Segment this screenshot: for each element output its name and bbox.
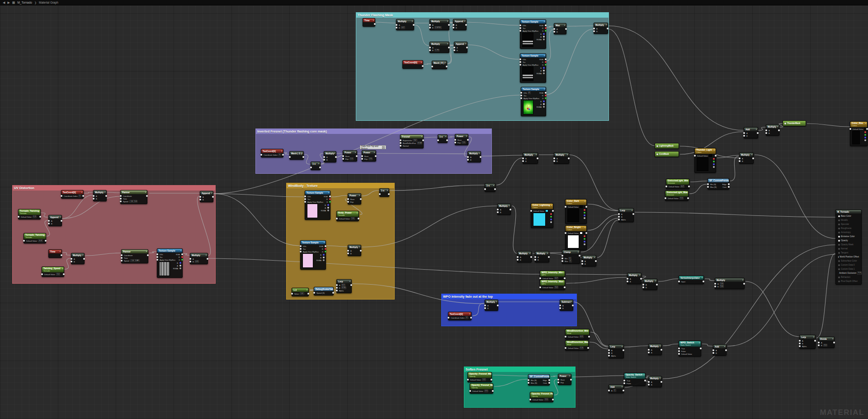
node-header[interactable]: WPO_SwitchStatic Switch▾ <box>679 341 701 347</box>
node-multiply[interactable]: Multiply▾AB <box>594 23 608 34</box>
input-pin[interactable] <box>467 379 469 381</box>
node-header[interactable]: Tornado_Twisting_YTornado▾ <box>24 233 46 239</box>
reroute-pin[interactable] <box>656 145 658 147</box>
node-multiply[interactable]: Multiply▾AB <box>348 245 361 256</box>
output-pin[interactable] <box>568 157 570 159</box>
value-box[interactable]: -1.0 -1.89 <box>130 259 140 262</box>
node-subtract[interactable]: Subtract▾AB <box>560 300 573 311</box>
input-pin[interactable] <box>765 129 767 131</box>
input-pin[interactable] <box>156 256 158 258</box>
output-pin[interactable] <box>360 198 362 200</box>
input-pin[interactable] <box>678 353 680 355</box>
output-pin[interactable] <box>585 206 587 208</box>
input-pin[interactable] <box>618 219 620 220</box>
node-multiply[interactable]: Multiply▾AB <box>648 344 662 355</box>
reroute-pin[interactable] <box>656 153 658 155</box>
input-pin[interactable] <box>336 290 338 291</box>
input-pin[interactable] <box>48 220 50 222</box>
node-texture-sample[interactable]: Texture Sample▾UVsRGBTexRApply View MipB… <box>157 248 183 278</box>
node-header[interactable]: Opacity_Fresnel_MinOpacity▾ <box>468 372 491 378</box>
output-pin[interactable] <box>543 103 545 105</box>
value-box[interactable]: 1.2 <box>33 215 37 219</box>
node-header[interactable]: TexCoord[0]▾ <box>403 61 423 64</box>
output-pin[interactable] <box>83 258 85 260</box>
node-header[interactable]: Texture Sample▾ <box>301 241 326 244</box>
output-pin[interactable] <box>728 186 730 188</box>
output-pin[interactable] <box>302 156 304 158</box>
comment-box-thunder-flashing-mask[interactable]: Thunder Flashing Mask <box>356 12 609 121</box>
chevron-down-icon[interactable]: ▾ <box>211 192 212 194</box>
node-header[interactable]: Multiply▾ <box>643 279 657 283</box>
chevron-down-icon[interactable]: ▾ <box>660 345 660 347</box>
color-chip[interactable] <box>709 154 712 157</box>
node-header[interactable]: WPO_Intensity_MinWPO▾ <box>540 271 565 276</box>
value-box[interactable]: 0 <box>465 316 468 319</box>
node-lerp[interactable]: Lerp▾ABAlpha <box>609 344 624 358</box>
node-header[interactable]: Multiply▾ <box>518 252 531 255</box>
node-power[interactable]: Power▾BaseExp1.5 <box>455 134 468 145</box>
node-panner[interactable]: Panner▾CoordinateTimeSpeed-1.0 -1.89 <box>121 249 148 263</box>
node-multiply[interactable]: Multiply▾AB <box>324 151 336 162</box>
node-header[interactable]: Lerp▾ <box>619 209 633 212</box>
output-pin[interactable] <box>323 259 325 261</box>
node-multiply[interactable]: Multiply▾AB <box>766 124 779 136</box>
material-input-pin[interactable] <box>838 240 840 242</box>
chevron-down-icon[interactable]: ▾ <box>813 336 814 338</box>
node-lerp[interactable]: Lerp▾A0.1B0.15Alpha <box>336 279 352 293</box>
input-pin[interactable] <box>608 390 610 391</box>
input-pin[interactable] <box>648 384 650 386</box>
node-multiply[interactable]: Multiply▾AB1.79 <box>429 42 449 53</box>
node-header[interactable]: 1.3▾ <box>292 288 308 292</box>
chevron-down-icon[interactable]: ▾ <box>62 267 63 270</box>
input-pin[interactable] <box>642 286 644 288</box>
output-pin[interactable] <box>543 38 545 40</box>
chevron-down-icon[interactable]: ▾ <box>622 386 623 388</box>
node-texcoord-0[interactable]: TexCoord[0]▾ <box>402 60 423 69</box>
chevron-down-icon[interactable]: ▾ <box>655 280 656 282</box>
value-box[interactable]: 1 <box>613 389 616 392</box>
chevron-down-icon[interactable]: ▾ <box>702 276 703 279</box>
input-pin[interactable] <box>347 250 349 252</box>
value-box[interactable]: 0 <box>78 195 81 198</box>
material-input-pin[interactable] <box>838 268 840 270</box>
input-pin[interactable] <box>260 154 262 156</box>
chevron-down-icon[interactable]: ▾ <box>331 288 332 290</box>
breadcrumb-asset[interactable]: M_Tornado <box>17 1 32 4</box>
input-pin[interactable] <box>336 287 338 289</box>
input-pin[interactable] <box>799 345 801 347</box>
node-1-x[interactable]: 1-x▾ <box>379 188 389 197</box>
node-emissivelight-max[interactable]: EmissiveLight_MaxEmissive▾Default Value1… <box>665 190 689 201</box>
node-header[interactable]: Time▾ <box>363 19 375 22</box>
input-pin[interactable] <box>743 135 745 137</box>
input-pin[interactable] <box>120 195 122 197</box>
chevron-down-icon[interactable]: ▾ <box>373 19 374 21</box>
node-header[interactable]: Subtract▾ <box>560 300 573 304</box>
node-header[interactable]: Multiply▾ <box>498 204 510 208</box>
output-pin[interactable] <box>687 197 689 199</box>
input-pin[interactable] <box>529 399 531 400</box>
node-header[interactable]: Tornado_Twisting_XTornado▾ <box>19 210 40 215</box>
color-chip[interactable] <box>580 205 583 208</box>
input-pin[interactable] <box>454 142 456 143</box>
input-pin[interactable] <box>467 159 469 161</box>
node-multiply[interactable]: Multiply▾AB <box>648 376 662 387</box>
node-lerp[interactable]: Lerp▾ABAlpha <box>618 208 634 222</box>
input-pin[interactable] <box>565 206 566 208</box>
input-pin[interactable] <box>553 157 555 159</box>
material-input-pin[interactable] <box>838 215 840 217</box>
node-header[interactable]: TexCoord[0]▾ <box>448 312 471 316</box>
input-pin[interactable] <box>714 283 716 285</box>
chevron-down-icon[interactable]: ▾ <box>569 375 570 377</box>
chevron-down-icon[interactable]: ▾ <box>832 338 833 340</box>
output-pin[interactable] <box>584 217 585 219</box>
input-pin[interactable] <box>347 198 349 200</box>
material-input-pin[interactable] <box>838 252 840 254</box>
chevron-down-icon[interactable]: ▾ <box>606 24 607 26</box>
chevron-down-icon[interactable]: ▾ <box>38 210 39 212</box>
input-pin[interactable] <box>199 199 201 200</box>
node-multiply[interactable]: Multiply▾AB <box>582 255 596 267</box>
node-header[interactable]: Power▾ <box>348 194 361 197</box>
output-pin[interactable] <box>545 27 547 29</box>
node-header[interactable]: Multiply▾ <box>71 253 84 257</box>
input-pin[interactable] <box>469 390 471 392</box>
